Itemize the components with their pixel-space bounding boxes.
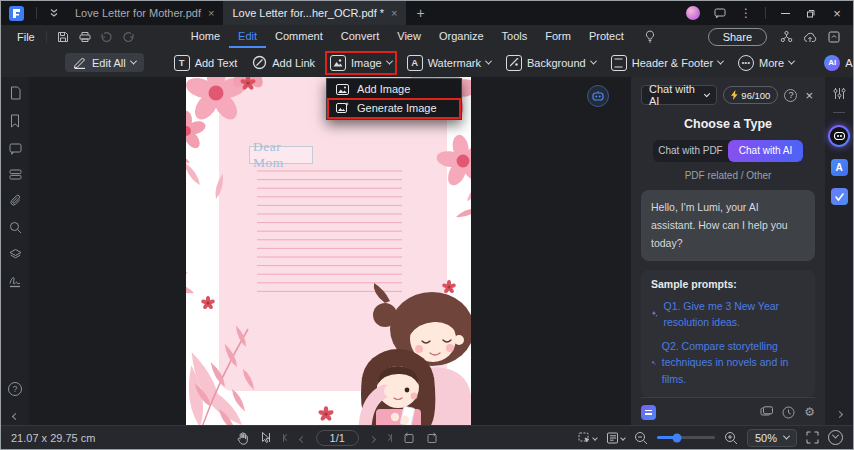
zoom-level-select[interactable]: 50% — [747, 429, 797, 447]
print-icon[interactable] — [74, 28, 96, 46]
collapse-left-panel-icon[interactable] — [13, 414, 18, 419]
generate-image-icon — [336, 102, 349, 114]
document-canvas[interactable]: Dear Mom — [29, 77, 631, 425]
menu-form[interactable]: Form — [536, 25, 580, 48]
menu-protect[interactable]: Protect — [580, 25, 633, 48]
menu-convert[interactable]: Convert — [332, 25, 389, 48]
close-window-button[interactable]: × — [825, 2, 849, 24]
previous-page-icon[interactable] — [300, 432, 305, 444]
chat-with-pdf-button[interactable]: Chat with PDF — [653, 140, 728, 162]
fullscreen-icon[interactable] — [806, 431, 819, 444]
rotate-right-icon[interactable] — [426, 432, 438, 444]
sample-prompt-q2[interactable]: Q2. Compare storytelling techniques in n… — [651, 338, 805, 387]
sample-prompt-q1[interactable]: Q1. Give me 3 New Year resolution ideas. — [651, 298, 805, 331]
zoom-slider-thumb[interactable] — [673, 433, 682, 442]
share-button[interactable]: Share — [708, 28, 767, 46]
window-menu-icon[interactable]: ⋮ — [734, 2, 758, 24]
translate-tab-icon[interactable]: A — [831, 159, 848, 176]
last-page-icon[interactable] — [386, 434, 392, 442]
tab-close-icon[interactable]: × — [208, 8, 214, 19]
more-button[interactable]: ••• More — [738, 55, 794, 71]
first-page-icon[interactable] — [283, 434, 289, 442]
next-page-icon[interactable] — [370, 432, 375, 444]
menu-organize[interactable]: Organize — [430, 25, 493, 48]
image-dropdown-menu: Add Image Generate Image — [326, 78, 462, 120]
minimize-button[interactable] — [773, 2, 797, 24]
select-tool-icon[interactable] — [260, 431, 272, 444]
close-panel-icon[interactable]: × — [803, 88, 815, 103]
divider — [46, 31, 47, 43]
more-label: More — [759, 57, 784, 69]
header-footer-label: Header & Footer — [632, 57, 713, 69]
page-view-mode-button[interactable] — [606, 432, 625, 444]
menu-view[interactable]: View — [388, 25, 430, 48]
whats-new-lamp-icon[interactable] — [639, 28, 661, 46]
more-view-options-icon[interactable] — [828, 430, 843, 445]
zoom-slider[interactable] — [657, 436, 715, 439]
add-link-button[interactable]: Add Link — [252, 55, 315, 70]
tasks-tab-icon[interactable] — [831, 188, 848, 205]
rotate-left-icon[interactable] — [403, 432, 415, 444]
notebook-icon[interactable] — [641, 405, 656, 420]
layers-icon[interactable] — [9, 248, 22, 261]
floating-ai-robot-button[interactable] — [587, 85, 609, 107]
menu-tools[interactable]: Tools — [493, 25, 537, 48]
help-icon[interactable]: ? — [8, 382, 22, 396]
page-thumbnails-icon[interactable] — [9, 86, 22, 100]
menu-file[interactable]: File — [11, 31, 41, 43]
save-icon[interactable] — [52, 28, 74, 46]
bookmarks-icon[interactable] — [9, 114, 21, 128]
menu-comment[interactable]: Comment — [266, 25, 332, 48]
tab-love-letter-ocr[interactable]: Love Letter for...her_OCR.pdf * × — [223, 1, 406, 25]
page-indicator[interactable]: 1/1 — [316, 430, 359, 446]
redo-icon[interactable] — [118, 28, 140, 46]
collapse-right-panel-icon[interactable] — [837, 412, 842, 417]
add-text-label: Add Text — [195, 57, 238, 69]
ai-assistant-button[interactable]: AI AI Assistant — [824, 55, 854, 71]
ai-mode-select[interactable]: Chat with AI — [641, 85, 717, 105]
tab-close-icon[interactable]: × — [391, 8, 397, 19]
tune-sliders-icon[interactable] — [833, 87, 846, 100]
menu-item-generate-image[interactable]: Generate Image — [327, 99, 461, 118]
zoom-out-icon[interactable] — [634, 431, 648, 445]
edit-all-button[interactable]: Edit All — [65, 53, 144, 72]
pdf-page[interactable]: Dear Mom — [186, 77, 471, 425]
tab-list-chevrons-icon[interactable] — [42, 2, 66, 24]
prompt-text: Q2. Compare storytelling techniques in n… — [662, 338, 805, 387]
zoom-in-icon[interactable] — [724, 431, 738, 445]
snapshot-tool-button[interactable] — [578, 432, 597, 444]
collaborate-icon[interactable] — [775, 28, 797, 46]
header-footer-button[interactable]: Header & Footer — [611, 55, 723, 71]
add-text-button[interactable]: T Add Text — [174, 55, 238, 71]
new-chat-icon[interactable] — [760, 406, 773, 418]
cloud-upload-icon[interactable] — [799, 28, 821, 46]
user-avatar[interactable] — [686, 6, 700, 20]
hide-toolbar-icon[interactable] — [823, 28, 845, 46]
app-logo-icon[interactable] — [9, 6, 24, 21]
hand-tool-icon[interactable] — [236, 431, 249, 445]
signature-icon[interactable] — [8, 275, 22, 288]
menu-item-add-image[interactable]: Add Image — [327, 80, 461, 99]
field-list-icon[interactable] — [9, 169, 22, 180]
ai-help-icon[interactable]: ? — [784, 89, 797, 102]
history-clock-icon[interactable] — [782, 406, 795, 419]
undo-icon[interactable] — [96, 28, 118, 46]
feedback-icon[interactable] — [708, 2, 732, 24]
tab-love-letter-for-mother[interactable]: Love Letter for Mother.pdf × — [66, 1, 223, 25]
watermark-button[interactable]: A Watermark — [407, 55, 491, 71]
restore-button[interactable] — [799, 2, 823, 24]
attachments-icon[interactable] — [9, 194, 22, 207]
search-icon[interactable] — [9, 221, 22, 234]
comments-icon[interactable] — [9, 142, 22, 155]
sample-prompts-title: Sample prompts: — [651, 278, 805, 290]
image-button[interactable]: Image — [330, 55, 392, 71]
chat-with-ai-button[interactable]: Chat with AI — [728, 140, 803, 162]
new-tab-button[interactable]: + — [406, 5, 434, 21]
background-button[interactable]: Background — [506, 55, 596, 71]
settings-gear-icon[interactable]: ⚙ — [804, 405, 815, 419]
page-dimensions: 21.07 x 29.75 cm — [11, 432, 95, 444]
ai-robot-tab-icon[interactable] — [828, 125, 850, 147]
menu-edit[interactable]: Edit — [229, 25, 266, 48]
dear-mom-text-field[interactable]: Dear Mom — [249, 146, 313, 164]
menu-home[interactable]: Home — [182, 25, 229, 48]
